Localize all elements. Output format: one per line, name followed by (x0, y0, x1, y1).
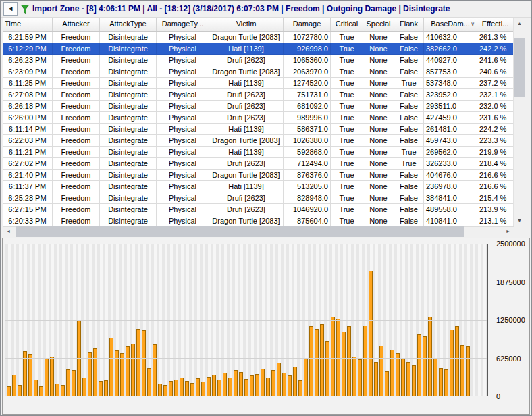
cell-victim: Drufi [2623] (209, 158, 284, 170)
cell-flank: False (394, 215, 424, 227)
column-header-base_damage[interactable]: BaseDam...∨ (424, 18, 477, 31)
chart-bar (185, 381, 189, 396)
horizontal-scroll-thumb[interactable] (16, 226, 464, 237)
column-header-special[interactable]: Special (363, 18, 394, 31)
scroll-up-button[interactable]: ▲ (514, 18, 525, 29)
cell-special: None (363, 147, 394, 158)
cell-flank: False (394, 204, 424, 215)
vertical-scroll-thumb[interactable] (514, 38, 525, 97)
cell-base_damage: 323952.0 (424, 89, 477, 101)
cell-base_damage: 410632.0 (424, 32, 477, 43)
column-header-flank[interactable]: Flank (394, 18, 424, 31)
table-row[interactable]: 6:23:09 PMFreedomDisintegratePhysicalDra… (3, 66, 514, 78)
cell-attack_type: Disintegrate (100, 112, 157, 124)
cell-critical: True (331, 43, 363, 55)
table-row[interactable]: 6:11:14 PMFreedomDisintegratePhysicalHat… (3, 124, 514, 135)
chart-bar (466, 346, 470, 396)
cell-effective: 213.9 % (477, 204, 514, 215)
chart-bar (390, 350, 394, 396)
cell-time: 6:26:00 PM (3, 112, 53, 124)
cell-special: None (363, 181, 394, 192)
cell-effective: 231.6 % (477, 112, 514, 124)
chart-bar (72, 370, 76, 396)
column-header-label: Critical (336, 20, 358, 28)
chart-bar (417, 334, 421, 396)
table-row[interactable]: 6:11:25 PMFreedomDisintegratePhysicalHat… (3, 78, 514, 89)
column-header-damage[interactable]: Damage (284, 18, 331, 31)
chart-bar (153, 344, 157, 396)
table-row[interactable]: 6:21:59 PMFreedomDisintegratePhysicalDra… (3, 32, 514, 43)
chart-bar (309, 326, 313, 396)
cell-time: 6:26:18 PM (3, 101, 53, 112)
table-row[interactable]: 6:27:02 PMFreedomDisintegratePhysicalDru… (3, 158, 514, 170)
table-row[interactable]: 6:12:29 PMFreedomDisintegratePhysicalHat… (3, 43, 514, 55)
scroll-down-button[interactable]: ▼ (514, 215, 525, 226)
app-window: ◄ Import Zone - [8] 4:06:11 PM | All - [… (0, 0, 532, 416)
scroll-right-button[interactable]: ► (502, 226, 514, 237)
cell-critical: True (331, 204, 363, 215)
cell-victim: Drufi [2623] (209, 101, 284, 112)
cell-flank: False (394, 124, 424, 135)
table-row[interactable]: 6:20:33 PMFreedomDisintegratePhysicalDra… (3, 215, 514, 227)
damage-chart: 2500000187500012500006250000 (2, 238, 530, 415)
chart-bar (358, 359, 362, 396)
chart-bar (266, 378, 270, 396)
cell-time: 6:27:15 PM (3, 204, 53, 215)
chart-bar (352, 357, 356, 396)
cell-attack_type: Disintegrate (100, 78, 157, 89)
column-header-critical[interactable]: Critical (331, 18, 363, 31)
back-button[interactable]: ◄ (3, 2, 18, 16)
table-row[interactable]: 6:11:37 PMFreedomDisintegratePhysicalHat… (3, 181, 514, 192)
cell-special: None (363, 101, 394, 112)
column-header-time[interactable]: Time (3, 18, 53, 31)
table-row[interactable]: 6:22:03 PMFreedomDisintegratePhysicalDra… (3, 135, 514, 147)
table-row[interactable]: 6:21:40 PMFreedomDisintegratePhysicalDra… (3, 170, 514, 181)
cell-time: 6:20:33 PM (3, 215, 53, 227)
cell-time: 6:21:59 PM (3, 32, 53, 43)
column-header-effective[interactable]: Effecti... (477, 18, 514, 31)
cell-attacker: Freedom (53, 124, 100, 135)
vertical-scroll-track[interactable] (514, 29, 525, 215)
chart-gridline (5, 282, 487, 282)
table-row[interactable]: 6:11:21 PMFreedomDisintegratePhysicalHat… (3, 147, 514, 158)
chart-bar (142, 330, 146, 396)
column-header-label: Effecti... (482, 20, 509, 28)
table-row[interactable]: 6:26:18 PMFreedomDisintegratePhysicalDru… (3, 101, 514, 112)
chart-bar (136, 329, 140, 396)
cell-flank: False (394, 66, 424, 78)
cell-attack_type: Disintegrate (100, 215, 157, 227)
column-header-damage_type[interactable]: DamageTy... (157, 18, 209, 31)
table-row[interactable]: 6:26:23 PMFreedomDisintegratePhysicalDru… (3, 55, 514, 66)
cell-time: 6:23:09 PM (3, 66, 53, 78)
column-header-victim[interactable]: Victim (209, 18, 284, 31)
cell-effective: 213.1 % (477, 215, 514, 227)
cell-victim: Dragon Turtle [2083] (209, 66, 284, 78)
cell-damage: 875604.0 (284, 215, 331, 227)
cell-damage_type: Physical (157, 181, 209, 192)
chart-bar (347, 326, 351, 396)
table-row[interactable]: 6:27:15 PMFreedomDisintegratePhysicalDru… (3, 204, 514, 215)
table-vertical-scrollbar[interactable]: ▲ ▼ (513, 18, 525, 226)
table-horizontal-scrollbar[interactable]: ◄ ► (3, 226, 514, 237)
scroll-left-button[interactable]: ◄ (3, 226, 14, 237)
chart-bar (385, 371, 389, 396)
column-header-attacker[interactable]: Attacker (53, 18, 100, 31)
table-row[interactable]: 6:25:28 PMFreedomDisintegratePhysicalDru… (3, 192, 514, 204)
table-row[interactable]: 6:26:00 PMFreedomDisintegratePhysicalDru… (3, 112, 514, 124)
cell-special: None (363, 55, 394, 66)
chart-bar (212, 375, 216, 396)
cell-special: None (363, 170, 394, 181)
chart-bar (331, 317, 335, 396)
table-row[interactable]: 6:27:08 PMFreedomDisintegratePhysicalDru… (3, 89, 514, 101)
horizontal-scroll-track[interactable] (14, 226, 502, 237)
column-header-attack_type[interactable]: AttackType (100, 18, 157, 31)
cell-critical: True (331, 66, 363, 78)
cell-base_damage: 427459.0 (424, 112, 477, 124)
cell-critical: True (331, 124, 363, 135)
chart-bar (55, 384, 59, 396)
cell-critical: True (331, 78, 363, 89)
cell-damage_type: Physical (157, 89, 209, 101)
cell-attacker: Freedom (53, 32, 100, 43)
cell-flank: False (394, 181, 424, 192)
hscroll-row: ◄ ► (3, 226, 525, 237)
